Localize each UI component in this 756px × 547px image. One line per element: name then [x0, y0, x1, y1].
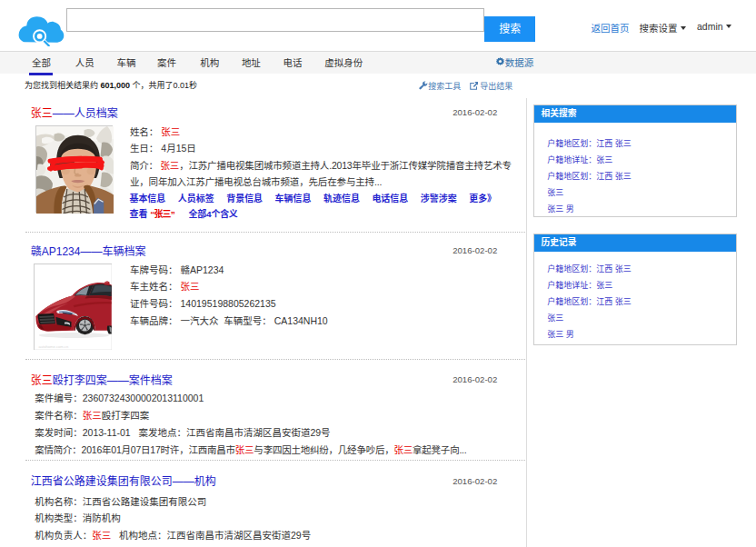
svg-text:autohome.com.cn: autohome.com.cn: [39, 343, 69, 348]
